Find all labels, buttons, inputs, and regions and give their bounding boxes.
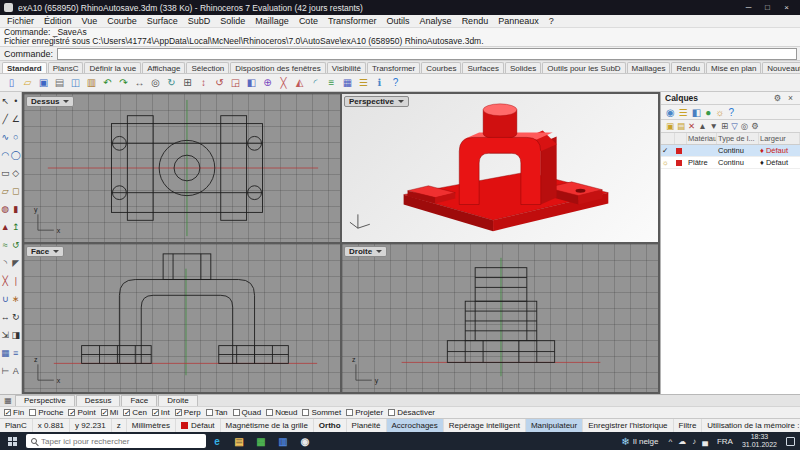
osnap-toggle[interactable]: Sommet	[302, 408, 341, 417]
tray-expand-icon[interactable]: ^	[669, 437, 673, 446]
toolbar-tab[interactable]: Transformer	[367, 62, 420, 73]
gear-icon[interactable]: ⚙	[772, 93, 783, 103]
layer-color-swatch[interactable]	[675, 158, 687, 167]
point-tool-icon[interactable]: •	[11, 92, 22, 110]
menu-item[interactable]: Surface	[142, 16, 183, 26]
status-bar-item[interactable]: Manipulateur	[526, 419, 583, 432]
split-icon[interactable]: ◭	[292, 75, 307, 90]
properties-icon[interactable]: ℹ	[372, 75, 387, 90]
mirror-icon[interactable]: ◧	[244, 75, 259, 90]
layer-row[interactable]: ✓ Continu ♦ Défaut	[661, 145, 800, 157]
viewport-tab[interactable]: Face	[121, 395, 157, 406]
menu-item[interactable]: Analyse	[415, 16, 457, 26]
menu-item[interactable]: Courbe	[102, 16, 142, 26]
menu-item[interactable]: Fichier	[2, 16, 39, 26]
close-button[interactable]: ×	[777, 3, 796, 12]
layers-tab-icon[interactable]: ☰	[679, 107, 688, 118]
maximize-button[interactable]: □	[758, 3, 777, 12]
scale-icon[interactable]: ◲	[228, 75, 243, 90]
osnap-toggle[interactable]: Mi	[101, 408, 118, 417]
offset-tool-icon[interactable]: ≡	[11, 344, 22, 362]
menu-item[interactable]: Cote	[294, 16, 323, 26]
viewport-face[interactable]: x z Face	[24, 244, 340, 392]
circle-tool-icon[interactable]: ○	[11, 128, 22, 146]
extrude-tool-icon[interactable]: ↥	[11, 218, 22, 236]
osnap-toggle[interactable]: Int	[152, 408, 170, 417]
toolbar-tab[interactable]: Affichage	[142, 62, 185, 73]
checkbox-icon[interactable]	[68, 409, 75, 416]
checkbox-icon[interactable]	[175, 409, 182, 416]
rotate-icon[interactable]: ↺	[212, 75, 227, 90]
toolbar-tab[interactable]: Visibilité	[327, 62, 366, 73]
ellipse-tool-icon[interactable]: ◯	[11, 146, 22, 164]
checkbox-icon[interactable]	[346, 409, 353, 416]
help-icon[interactable]: ?	[388, 75, 403, 90]
volume-icon[interactable]: ♪	[692, 437, 696, 446]
status-bar-item[interactable]: Magnétisme de la grille	[221, 419, 314, 432]
osnap-toggle[interactable]: Tan	[206, 408, 228, 417]
loft-tool-icon[interactable]: ≈	[0, 236, 11, 254]
rectangle-tool-icon[interactable]: ▭	[0, 164, 11, 182]
toolbar-tab[interactable]: Solides	[505, 62, 541, 73]
arc-tool-icon[interactable]: ◠	[0, 146, 11, 164]
toolbar-tab[interactable]: Courbes	[421, 62, 461, 73]
status-bar-item[interactable]: Ortho	[314, 419, 347, 432]
layer-print-width[interactable]: ♦ Défaut	[759, 158, 800, 167]
status-bar-item[interactable]: Millimètres	[127, 419, 176, 432]
layer-linetype[interactable]: Continu	[717, 146, 759, 155]
chamfer-tool-icon[interactable]: ◤	[11, 254, 22, 272]
toolbar-tab[interactable]: Standard	[2, 62, 47, 73]
layers-column-header[interactable]	[661, 133, 675, 144]
viewport-title-droite[interactable]: Droite	[344, 246, 387, 257]
redo-icon[interactable]: ↷	[116, 75, 131, 90]
viewport-title-perspective[interactable]: Perspective	[344, 96, 409, 107]
move-up-icon[interactable]: ▲	[698, 121, 706, 131]
zoom-icon[interactable]: ◎	[148, 75, 163, 90]
cylinder-tool-icon[interactable]: ▮	[11, 200, 22, 218]
language-indicator[interactable]: FRA	[712, 437, 738, 446]
join-tool-icon[interactable]: ∪	[0, 290, 11, 308]
toolbar-tab[interactable]: Maillages	[627, 62, 671, 73]
status-bar-item[interactable]: Planéité	[347, 419, 387, 432]
menu-item[interactable]: Vue	[77, 16, 103, 26]
checkbox-icon[interactable]	[4, 409, 11, 416]
status-bar-item[interactable]: x 0.881	[33, 419, 70, 432]
new-layer-icon[interactable]: ▣	[666, 121, 674, 131]
toolbar-tab[interactable]: Nouveautés dans la V7	[762, 62, 800, 73]
menu-item[interactable]: Maillage	[250, 16, 294, 26]
layer-settings-icon[interactable]: ⚙	[751, 121, 759, 131]
layer-linetype[interactable]: Continu	[717, 158, 759, 167]
materials-tab-icon[interactable]: ●	[705, 107, 711, 118]
osnap-toggle[interactable]: Désactiver	[388, 408, 435, 417]
status-bar-item[interactable]: Repérage intelligent	[444, 419, 526, 432]
fillet-icon[interactable]: ◜	[308, 75, 323, 90]
viewport-title-dessus[interactable]: Dessus	[26, 96, 74, 107]
lights-tab-icon[interactable]: ☼	[715, 107, 724, 118]
checkbox-icon[interactable]	[101, 409, 108, 416]
checkbox-icon[interactable]	[206, 409, 213, 416]
layer-material[interactable]: Plâtre	[687, 158, 717, 167]
undo-icon[interactable]: ↶	[100, 75, 115, 90]
rhino-icon[interactable]: ◉	[294, 432, 316, 450]
properties-tab-icon[interactable]: ◉	[666, 107, 675, 118]
copy-icon[interactable]: ◫	[68, 75, 83, 90]
command-input[interactable]	[57, 48, 797, 60]
status-bar-item[interactable]: z	[112, 419, 127, 432]
move-icon[interactable]: ↕	[196, 75, 211, 90]
rotate-view-icon[interactable]: ↻	[164, 75, 179, 90]
menu-item[interactable]: SubD	[183, 16, 216, 26]
network-icon[interactable]: ▄	[702, 437, 708, 446]
plane-tool-icon[interactable]: ▱	[0, 182, 11, 200]
viewport-droite[interactable]: y z Droite	[342, 244, 658, 392]
toolbar-tab[interactable]: Rendu	[671, 62, 705, 73]
search-icon[interactable]: ◎	[741, 121, 748, 131]
weather-widget[interactable]: ❄ Il neige	[615, 432, 664, 450]
layers-column-header[interactable]: Largeur	[759, 133, 800, 144]
menu-item[interactable]: Panneaux	[493, 16, 544, 26]
excel-icon[interactable]: ▦	[250, 432, 272, 450]
viewport-tab[interactable]: Perspective	[15, 395, 75, 406]
minimize-button[interactable]: ─	[739, 3, 758, 12]
box-tool-icon[interactable]: ◻	[11, 182, 22, 200]
checkbox-icon[interactable]	[123, 409, 130, 416]
layer-color-swatch[interactable]	[675, 146, 687, 155]
